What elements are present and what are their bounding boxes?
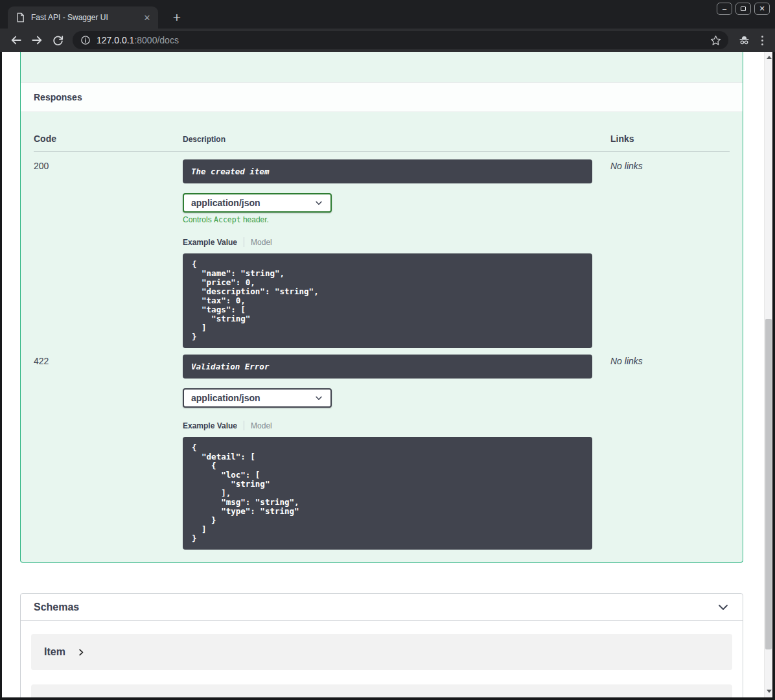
schemas-title: Schemas (34, 601, 79, 613)
reload-button[interactable] (48, 30, 67, 50)
window-controls: – ✕ (717, 3, 770, 15)
bookmark-star-icon[interactable] (710, 34, 722, 47)
column-header-description: Description (183, 134, 610, 144)
back-button[interactable] (6, 30, 26, 50)
opblock-spacer (21, 52, 743, 82)
chevron-right-icon (77, 648, 86, 657)
tab-title: Fast API - Swagger UI (31, 13, 135, 22)
url-path: :8000/docs (134, 35, 179, 45)
tab-divider (244, 421, 244, 430)
media-type-control: application/json (183, 388, 610, 408)
schemas-body: Item ValidationError (21, 621, 743, 697)
schemas-header[interactable]: Schemas (21, 594, 743, 621)
back-arrow-icon (10, 34, 23, 47)
response-links: No links (610, 355, 730, 562)
example-model-tabs: Example Value Model (183, 237, 610, 247)
forward-arrow-icon (30, 34, 43, 47)
media-type-control: application/json Controls Accept header. (183, 193, 610, 224)
media-type-value: application/json (191, 393, 260, 403)
response-description-cell: The created item application/json Contro… (183, 159, 610, 348)
schemas-collapse-chevron-icon[interactable] (717, 601, 730, 614)
response-description: The created item (183, 159, 592, 183)
response-description-cell: Validation Error application/json Exampl… (183, 355, 610, 562)
window-minimize-button[interactable]: – (717, 3, 732, 15)
responses-table: Code Description Links 200 The created i… (34, 112, 730, 562)
response-row-200: 200 The created item application/json Co… (34, 152, 730, 348)
media-type-select[interactable]: application/json (183, 193, 332, 213)
response-links: No links (610, 159, 730, 348)
window-close-button[interactable]: ✕ (754, 3, 770, 15)
tab-example-value[interactable]: Example Value (183, 238, 237, 247)
toolbar-right (737, 34, 769, 47)
incognito-icon[interactable] (737, 34, 751, 47)
forward-button[interactable] (27, 30, 47, 50)
response-code: 422 (34, 355, 183, 562)
accept-header-note: Controls Accept header. (183, 215, 610, 224)
reload-icon (52, 34, 64, 47)
note-accept: Accept (214, 215, 241, 224)
tab-model[interactable]: Model (251, 238, 272, 247)
responses-section: Responses Code Description Links 200 The… (20, 52, 743, 563)
tab-close-icon[interactable]: ✕ (141, 12, 153, 23)
chevron-down-icon (314, 198, 323, 207)
site-info-icon[interactable] (80, 35, 91, 45)
maximize-icon (741, 6, 746, 11)
media-type-value: application/json (191, 198, 260, 208)
url-text[interactable]: 127.0.0.1:8000/docs (97, 35, 179, 45)
responses-header: Responses (21, 82, 743, 112)
response-row-422: 422 Validation Error application/json Ex… (34, 348, 730, 562)
chevron-down-icon (314, 393, 323, 402)
url-host: 127.0.0.1 (97, 35, 134, 45)
column-header-code: Code (34, 134, 183, 144)
tab-divider (244, 237, 244, 247)
model-name: Item (44, 646, 65, 658)
address-bar[interactable]: 127.0.0.1:8000/docs (73, 31, 728, 49)
scrollbar-down-arrow-icon[interactable] (767, 690, 772, 693)
tab-example-value[interactable]: Example Value (183, 421, 237, 430)
note-prefix: Controls (183, 215, 214, 224)
scrollbar-thumb[interactable] (765, 319, 772, 649)
browser-toolbar: 127.0.0.1:8000/docs (0, 29, 775, 52)
swagger-content: Responses Code Description Links 200 The… (2, 52, 772, 697)
page-favicon-icon (16, 12, 25, 23)
page-viewport: Responses Code Description Links 200 The… (2, 52, 772, 697)
browser-tab[interactable]: Fast API - Swagger UI ✕ (8, 6, 158, 29)
example-model-tabs: Example Value Model (183, 421, 610, 430)
responses-title: Responses (34, 92, 82, 102)
window-maximize-button[interactable] (735, 3, 751, 15)
browser-menu-icon[interactable] (760, 34, 765, 47)
new-tab-button[interactable]: + (168, 9, 185, 26)
response-code: 200 (34, 159, 183, 348)
example-json-422: { "detail": [ { "loc": [ "string" ], "ms… (183, 437, 592, 550)
model-name: ValidationError (44, 697, 119, 697)
tab-strip: Fast API - Swagger UI ✕ + – ✕ (0, 0, 775, 29)
schema-model-validationerror[interactable]: ValidationError (31, 684, 732, 697)
note-suffix: header. (241, 215, 269, 224)
schema-model-item[interactable]: Item (31, 634, 732, 670)
column-header-links: Links (610, 134, 730, 144)
media-type-select[interactable]: application/json (183, 388, 332, 408)
tab-model[interactable]: Model (251, 421, 272, 430)
responses-table-header: Code Description Links (34, 112, 730, 152)
page-scrollbar[interactable] (764, 52, 772, 697)
schemas-section: Schemas Item ValidationError (20, 593, 743, 697)
response-description: Validation Error (183, 355, 592, 379)
scrollbar-up-arrow-icon[interactable] (767, 56, 772, 59)
example-json-200: { "name": "string", "price": 0, "descrip… (183, 253, 592, 348)
